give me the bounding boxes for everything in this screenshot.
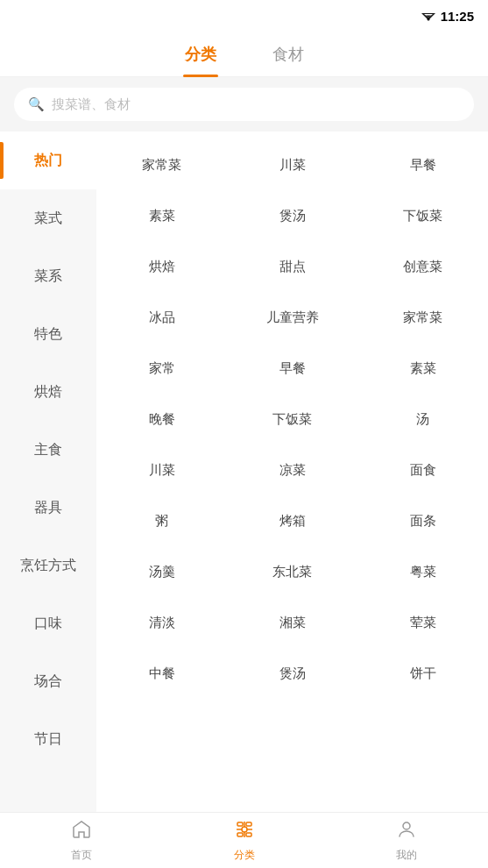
table-row: 冰品儿童营养家常菜 [96,293,488,342]
nav-home[interactable]: 首页 [0,819,163,863]
list-item[interactable]: 儿童营养 [227,293,357,342]
list-item[interactable]: 煲汤 [227,649,357,698]
search-bar[interactable]: 🔍 搜菜谱、食材 [14,88,474,121]
list-item[interactable]: 煲汤 [227,191,357,240]
table-row: 川菜凉菜面食 [96,445,488,494]
table-row: 粥烤箱面条 [96,496,488,545]
nav-profile[interactable]: 我的 [325,819,488,863]
sidebar-item-baking[interactable]: 烘焙 [0,363,96,421]
sidebar-item-staple[interactable]: 主食 [0,421,96,479]
status-icons [421,11,435,21]
list-item[interactable]: 面食 [357,445,488,494]
list-item[interactable]: 创意菜 [357,242,488,291]
sidebar-item-cooking-method[interactable]: 烹饪方式 [0,537,96,594]
svg-rect-11 [237,833,243,836]
list-item[interactable]: 冰品 [96,293,227,342]
sidebar-item-special[interactable]: 特色 [0,305,96,363]
bottom-nav: 首页 分类 我的 [0,812,488,868]
list-item[interactable]: 素菜 [357,344,488,393]
list-item[interactable]: 汤 [357,395,488,444]
sidebar-item-occasion[interactable]: 场合 [0,652,96,710]
list-item[interactable]: 早餐 [357,140,488,189]
main-content: 热门 菜式 菜系 特色 烘焙 主食 器具 烹饪方式 口味 场合 节日 家常菜川菜… [0,132,488,812]
list-item[interactable]: 烘焙 [96,242,227,291]
list-item[interactable]: 清淡 [96,598,227,647]
home-icon [71,819,92,845]
list-item[interactable]: 凉菜 [227,445,357,494]
table-row: 中餐煲汤饼干 [96,649,488,698]
table-row: 汤羹东北菜粤菜 [96,547,488,596]
list-item[interactable]: 家常 [96,344,227,393]
sidebar-item-taste[interactable]: 口味 [0,594,96,652]
list-item[interactable]: 下饭菜 [357,191,488,240]
nav-category[interactable]: 分类 [163,819,326,863]
list-item[interactable]: 饼干 [357,649,488,698]
list-item[interactable]: 汤羹 [96,547,227,596]
category-icon [234,819,255,845]
time-display: 11:25 [441,9,474,24]
list-item[interactable]: 家常菜 [357,293,488,342]
sidebar: 热门 菜式 菜系 特色 烘焙 主食 器具 烹饪方式 口味 场合 节日 [0,132,96,812]
tab-ingredients[interactable]: 食材 [244,32,332,77]
svg-rect-10 [246,822,251,826]
list-item[interactable]: 下饭菜 [227,395,357,444]
svg-rect-12 [246,833,251,836]
header-tabs: 分类 食材 [0,32,488,77]
tab-category[interactable]: 分类 [157,32,244,77]
list-item[interactable]: 中餐 [96,649,227,698]
sidebar-item-tools[interactable]: 器具 [0,479,96,537]
svg-point-3 [427,18,429,21]
list-item[interactable]: 素菜 [96,191,227,240]
list-item[interactable]: 粤菜 [357,547,488,596]
search-placeholder-text: 搜菜谱、食材 [52,96,131,113]
table-row: 清淡湘菜荤菜 [96,598,488,647]
table-row: 家常早餐素菜 [96,344,488,393]
list-item[interactable]: 早餐 [227,344,357,393]
table-row: 素菜煲汤下饭菜 [96,191,488,240]
nav-category-label: 分类 [234,848,255,863]
grid-area: 家常菜川菜早餐素菜煲汤下饭菜烘焙甜点创意菜冰品儿童营养家常菜家常早餐素菜晚餐下饭… [96,132,488,812]
table-row: 烘焙甜点创意菜 [96,242,488,291]
table-row: 晚餐下饭菜汤 [96,395,488,444]
sidebar-item-holiday[interactable]: 节日 [0,710,96,768]
sidebar-item-hot[interactable]: 热门 [0,132,96,189]
list-item[interactable]: 烤箱 [227,496,357,545]
svg-point-4 [242,827,247,832]
list-item[interactable]: 晚餐 [96,395,227,444]
wifi-icon [421,11,435,21]
sidebar-item-cuisine-system[interactable]: 菜系 [0,247,96,305]
list-item[interactable]: 东北菜 [227,547,357,596]
status-bar: 11:25 [0,0,488,32]
list-item[interactable]: 面条 [357,496,488,545]
nav-home-label: 首页 [71,848,92,863]
list-item[interactable]: 川菜 [227,140,357,189]
profile-icon [396,819,417,845]
list-item[interactable]: 家常菜 [96,140,227,189]
search-icon: 🔍 [28,96,45,112]
list-item[interactable]: 粥 [96,496,227,545]
svg-point-13 [403,822,410,829]
list-item[interactable]: 荤菜 [357,598,488,647]
list-item[interactable]: 川菜 [96,445,227,494]
table-row: 家常菜川菜早餐 [96,140,488,189]
nav-profile-label: 我的 [396,848,417,863]
list-item[interactable]: 湘菜 [227,598,357,647]
svg-rect-9 [237,822,243,826]
sidebar-item-cuisine-type[interactable]: 菜式 [0,189,96,247]
list-item[interactable]: 甜点 [227,242,357,291]
search-bar-wrap: 🔍 搜菜谱、食材 [0,77,488,132]
